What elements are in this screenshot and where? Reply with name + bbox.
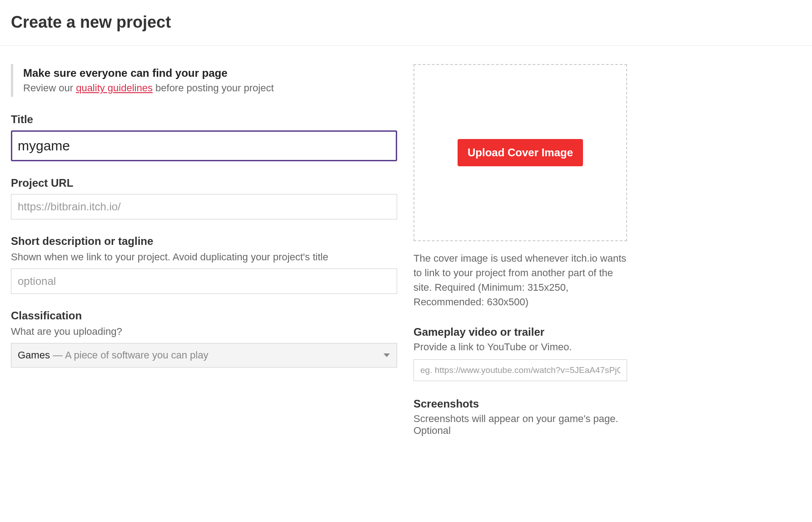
url-label: Project URL (11, 177, 397, 189)
video-label: Gameplay video or trailer (413, 326, 627, 338)
title-label: Title (11, 113, 397, 126)
shortdesc-label: Short description or tagline (11, 235, 397, 248)
classification-selected-secondary: — A piece of software you can play (50, 349, 209, 361)
classification-select[interactable]: Games — A piece of software you can play (11, 343, 397, 368)
classification-group: Classification What are you uploading? G… (11, 309, 397, 368)
shortdesc-group: Short description or tagline Shown when … (11, 235, 397, 294)
page-title: Create a new project (0, 0, 812, 45)
notice-text-after: before posting your project (153, 82, 274, 94)
classification-sub: What are you uploading? (11, 326, 397, 338)
video-group: Gameplay video or trailer Provide a link… (413, 326, 627, 381)
cover-image-help: The cover image is used whenever itch.io… (413, 251, 627, 309)
cover-image-dropzone[interactable]: Upload Cover Image (413, 64, 627, 241)
classification-label: Classification (11, 309, 397, 322)
video-sub: Provide a link to YouTube or Vimeo. (413, 341, 627, 353)
notice-text-before: Review our (23, 82, 76, 94)
screenshots-sub: Screenshots will appear on your game's p… (413, 413, 627, 437)
screenshots-group: Screenshots Screenshots will appear on y… (413, 398, 627, 437)
title-input[interactable] (11, 130, 397, 161)
title-group: Title (11, 113, 397, 161)
classification-display: Games — A piece of software you can play (11, 343, 397, 368)
content-area: Make sure everyone can find your page Re… (0, 46, 812, 437)
classification-selected-primary: Games (18, 349, 50, 361)
url-input[interactable] (11, 194, 397, 219)
screenshots-label: Screenshots (413, 398, 627, 410)
video-input[interactable] (413, 359, 627, 381)
upload-cover-button[interactable]: Upload Cover Image (458, 139, 583, 166)
quality-guidelines-link[interactable]: quality guidelines (76, 82, 153, 94)
notice-subtitle: Review our quality guidelines before pos… (23, 82, 397, 94)
shortdesc-input[interactable] (11, 268, 397, 294)
notice-title: Make sure everyone can find your page (23, 67, 397, 80)
shortdesc-sub: Shown when we link to your project. Avoi… (11, 251, 397, 263)
url-group: Project URL (11, 177, 397, 219)
form-column: Make sure everyone can find your page Re… (11, 64, 397, 437)
guidelines-notice: Make sure everyone can find your page Re… (11, 64, 397, 97)
side-column: Upload Cover Image The cover image is us… (413, 64, 627, 437)
